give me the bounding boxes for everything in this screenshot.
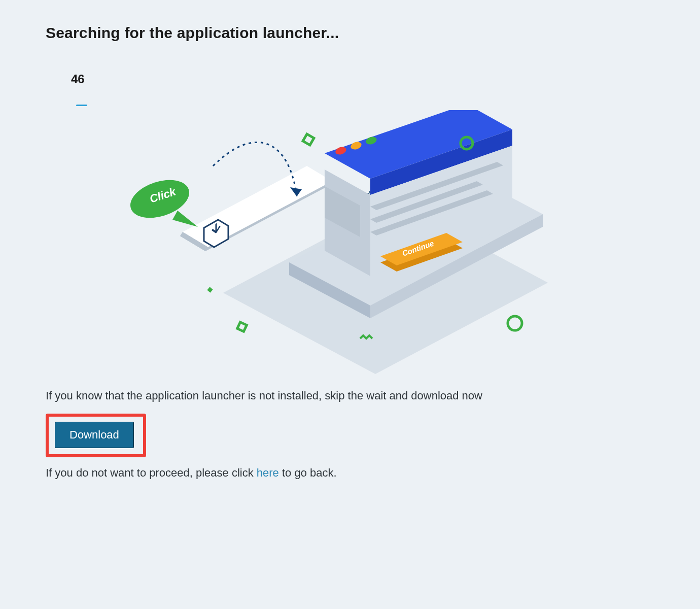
goback-link[interactable]: here [257, 466, 279, 479]
click-callout-icon: Click [125, 173, 198, 227]
countdown-block: 46 [71, 72, 654, 106]
goback-text: If you do not want to proceed, please cl… [46, 466, 654, 480]
download-button[interactable]: Download [55, 422, 134, 448]
confetti-square-icon [303, 134, 314, 145]
confetti-dot-icon [207, 287, 213, 292]
svg-marker-4 [172, 211, 198, 227]
confetti-circle2-icon [508, 316, 522, 330]
confetti-square2-icon [237, 322, 247, 332]
instruction-illustration: PulseSecureApp...exe Click [122, 110, 578, 374]
countdown-value: 46 [71, 72, 654, 86]
page-title: Searching for the application launcher..… [46, 24, 654, 42]
goback-prefix: If you do not want to proceed, please cl… [46, 466, 257, 479]
spinner-icon [76, 105, 87, 106]
page-root: Searching for the application launcher..… [0, 0, 700, 609]
download-button-highlight: Download [46, 414, 146, 457]
messages-block: If you know that the application launche… [46, 389, 654, 480]
goback-suffix: to go back. [279, 466, 337, 479]
skip-info-text: If you know that the application launche… [46, 389, 654, 402]
